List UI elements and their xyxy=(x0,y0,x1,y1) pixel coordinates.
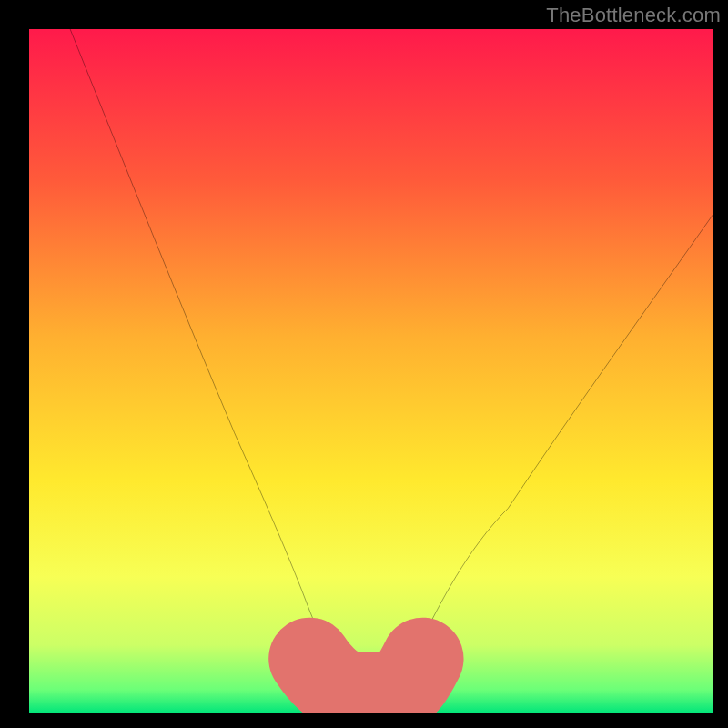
optimal-band xyxy=(309,659,422,693)
plot-area xyxy=(29,29,713,713)
watermark-text: TheBottleneck.com xyxy=(546,4,721,27)
bottleneck-curve xyxy=(70,29,713,693)
chart-frame: TheBottleneck.com xyxy=(0,0,728,728)
curve-layer xyxy=(29,29,713,713)
